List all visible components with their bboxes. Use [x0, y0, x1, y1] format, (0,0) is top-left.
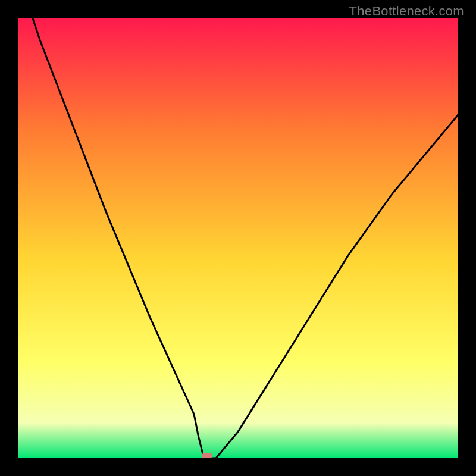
plot-area: [18, 18, 458, 458]
watermark-text: TheBottleneck.com: [349, 4, 464, 19]
optimal-marker: [202, 453, 212, 458]
chart-frame: TheBottleneck.com: [0, 0, 476, 476]
bottleneck-curve: [18, 18, 458, 458]
